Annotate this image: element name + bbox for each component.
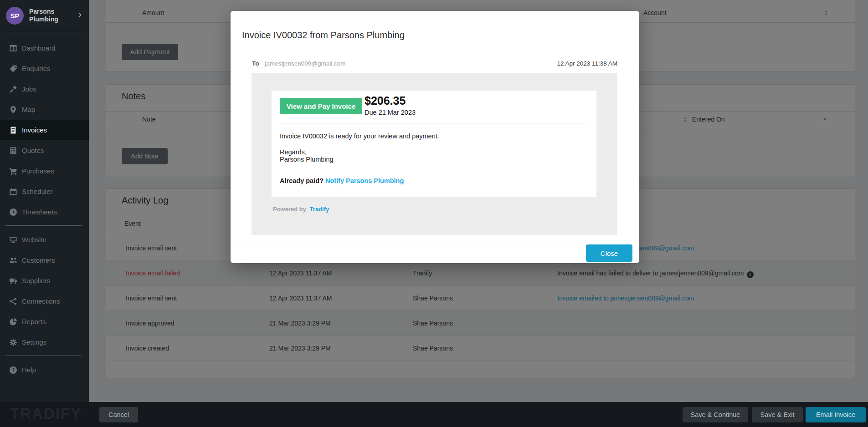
sidebar: SP Parsons Plumbing › Dashboard Enquirie…: [0, 0, 89, 427]
clock-icon: [9, 208, 17, 216]
sidebar-item-label: Connections: [22, 297, 60, 305]
sidebar-item-map[interactable]: Map: [0, 99, 89, 120]
email-divider: [280, 170, 587, 170]
recipient-email: jamestjensen009@gmail.com: [265, 60, 345, 67]
email-body-text: Invoice IV00032 is ready for your review…: [280, 132, 439, 140]
sidebar-item-jobs[interactable]: Jobs: [0, 79, 89, 99]
cancel-button[interactable]: Cancel: [99, 407, 138, 422]
email-invoice-button[interactable]: Email Invoice: [806, 407, 866, 422]
modal-title: Invoice IV00032 from Parsons Plumbing: [242, 30, 405, 41]
sidebar-item-label: Timesheets: [22, 208, 57, 216]
svg-text:?: ?: [12, 367, 15, 373]
sidebar-divider: [5, 32, 81, 32]
hammer-icon: [9, 85, 17, 93]
sidebar-divider: [5, 356, 82, 356]
to-label: To: [252, 60, 259, 67]
close-button[interactable]: Close: [586, 244, 632, 262]
bottom-action-bar: TRADIFY Cancel Save & Continue Save & Ex…: [0, 402, 868, 427]
powered-by-label: Powered by: [273, 206, 306, 213]
modal-footer-divider: [231, 240, 639, 240]
sidebar-item-label: Invoices: [22, 126, 47, 134]
save-and-exit-button[interactable]: Save & Exit: [752, 407, 803, 422]
dashboard-icon: [9, 44, 17, 52]
sidebar-item-label: Help: [22, 366, 36, 374]
sidebar-item-connections[interactable]: Connections: [0, 291, 89, 311]
sidebar-item-label: Dashboard: [22, 44, 55, 52]
tradify-brand-link[interactable]: Tradify: [310, 206, 329, 213]
email-preview-pane: View and Pay Invoice $206.35 Due 21 Mar …: [252, 73, 617, 235]
tradify-logo: TRADIFY: [10, 405, 82, 422]
sidebar-item-label: Reports: [22, 318, 46, 325]
sidebar-divider: [5, 225, 82, 226]
email-signature: Parsons Plumbing: [280, 156, 334, 163]
save-and-continue-button[interactable]: Save & Continue: [683, 407, 748, 422]
already-paid-row: Already paid? Notify Parsons Plumbing: [280, 177, 404, 184]
email-body-card: View and Pay Invoice $206.35 Due 21 Mar …: [272, 91, 596, 197]
sidebar-item-invoices[interactable]: Invoices: [0, 120, 89, 140]
tag-icon: [9, 65, 17, 73]
email-regards: Regards,: [280, 148, 307, 156]
sidebar-item-label: Website: [22, 236, 46, 244]
invoice-email-modal: Invoice IV00032 from Parsons Plumbing To…: [231, 11, 639, 263]
sidebar-item-label: Purchases: [22, 167, 54, 175]
sidebar-nav: Dashboard Enquiries Jobs Map Invoices Qu…: [0, 38, 89, 380]
company-avatar: SP: [6, 7, 24, 25]
map-pin-icon: [9, 106, 17, 114]
already-paid-label: Already paid?: [280, 177, 324, 184]
sidebar-item-dashboard[interactable]: Dashboard: [0, 38, 89, 58]
sidebar-item-suppliers[interactable]: Suppliers: [0, 270, 89, 291]
company-switcher[interactable]: SP Parsons Plumbing ›: [0, 0, 89, 32]
email-to-row: To jamestjensen009@gmail.com: [252, 60, 346, 67]
email-divider: [280, 123, 587, 123]
pie-chart-icon: [9, 318, 17, 326]
view-and-pay-invoice-button[interactable]: View and Pay Invoice: [280, 98, 362, 114]
share-icon: [9, 297, 17, 305]
sidebar-item-label: Settings: [22, 338, 46, 346]
sidebar-item-label: Enquiries: [22, 65, 51, 72]
sidebar-item-label: Customers: [22, 256, 55, 264]
sidebar-item-enquiries[interactable]: Enquiries: [0, 58, 89, 79]
sidebar-item-help[interactable]: ? Help: [0, 360, 89, 380]
calendar-icon: [9, 188, 17, 196]
sidebar-item-reports[interactable]: Reports: [0, 311, 89, 332]
invoice-due-date: Due 21 Mar 2023: [365, 109, 416, 116]
people-icon: [9, 256, 17, 264]
company-name: Parsons Plumbing: [29, 8, 71, 23]
powered-by-row: Powered by Tradify: [273, 206, 329, 213]
sidebar-item-label: Jobs: [22, 85, 36, 93]
notify-link[interactable]: Notify Parsons Plumbing: [325, 177, 404, 184]
sidebar-item-scheduler[interactable]: Scheduler: [0, 181, 89, 202]
sidebar-item-purchases[interactable]: Purchases: [0, 161, 89, 181]
sidebar-item-label: Map: [22, 106, 35, 113]
gear-icon: [9, 338, 17, 346]
calculator-icon: [9, 147, 17, 155]
sent-timestamp: 12 Apr 2023 11:38 AM: [557, 60, 617, 67]
sidebar-item-label: Scheduler: [22, 188, 53, 195]
sidebar-item-timesheets[interactable]: Timesheets: [0, 202, 89, 222]
monitor-icon: [9, 236, 17, 244]
sidebar-item-label: Quotes: [22, 147, 44, 154]
invoice-icon: [9, 126, 17, 134]
truck-icon: [9, 277, 17, 285]
chevron-right-icon: ›: [78, 10, 82, 20]
sidebar-item-quotes[interactable]: Quotes: [0, 140, 89, 161]
sidebar-item-website[interactable]: Website: [0, 229, 89, 250]
sidebar-item-customers[interactable]: Customers: [0, 250, 89, 270]
help-icon: ?: [9, 366, 17, 374]
sidebar-item-settings[interactable]: Settings: [0, 332, 89, 352]
sidebar-item-label: Suppliers: [22, 277, 51, 285]
invoice-amount: $206.35: [365, 94, 406, 107]
cart-icon: [9, 167, 17, 175]
